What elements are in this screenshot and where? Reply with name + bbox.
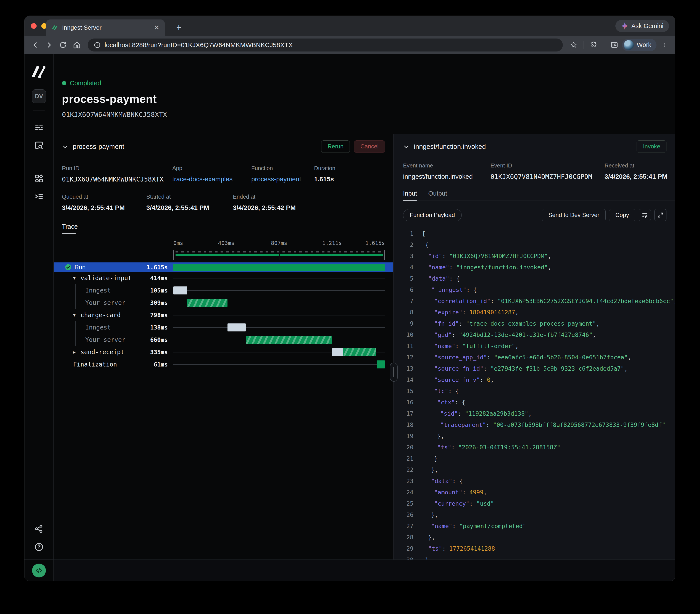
- chevron-down-icon[interactable]: [403, 143, 410, 150]
- trace-row[interactable]: Run1.615s: [54, 263, 393, 272]
- close-icon[interactable]: ✕: [154, 24, 160, 31]
- function-link[interactable]: process-payment: [251, 176, 314, 183]
- line-number: 14: [403, 376, 413, 383]
- tab-output[interactable]: Output: [428, 190, 447, 201]
- close-window-button[interactable]: [31, 23, 37, 29]
- tab-input[interactable]: Input: [403, 190, 417, 201]
- dev-code-icon[interactable]: [32, 564, 46, 577]
- url-bar[interactable]: localhost:8288/run?runID=01KJX6Q7W64NMKM…: [88, 39, 563, 51]
- function-payload-chip[interactable]: Function Payload: [403, 209, 462, 221]
- back-icon[interactable]: [29, 39, 41, 51]
- payload-code-editor[interactable]: 1[2{3"id": "01KJX6Q7V81N4DMZ7HFJ0CGPDM",…: [403, 228, 675, 560]
- code-line: 17"sid": "119282aa29b3d138",: [403, 408, 675, 419]
- new-tab-button[interactable]: +: [173, 22, 184, 33]
- stream-list-icon[interactable]: [32, 190, 46, 204]
- line-number: 23: [403, 478, 413, 484]
- span-bar-hatch[interactable]: [343, 348, 376, 356]
- code-token: "sid": [440, 410, 458, 417]
- app-link[interactable]: trace-docs-examples: [172, 176, 251, 183]
- inngest-logo-icon: [51, 24, 58, 31]
- trace-row[interactable]: Inngest138ms: [62, 321, 385, 334]
- bookmark-star-icon[interactable]: [567, 39, 580, 51]
- line-number: 2: [403, 241, 413, 248]
- trace-span-track: [173, 272, 385, 284]
- collapse-arrow-icon[interactable]: ▾: [73, 312, 80, 318]
- code-token: :: [452, 523, 460, 529]
- code-token: :: [484, 365, 491, 372]
- code-token: :: [486, 421, 493, 428]
- ask-gemini-button[interactable]: Ask Gemini: [615, 20, 669, 32]
- timeline-minimap[interactable]: [173, 250, 385, 260]
- browser-tab[interactable]: Inngest Server ✕: [46, 20, 165, 36]
- trace-row[interactable]: Finalization61ms: [62, 358, 385, 371]
- trace-row[interactable]: ▸send-receipt335ms: [62, 346, 385, 358]
- trace-row[interactable]: ▾charge-card798ms: [62, 309, 385, 321]
- code-token: :: [455, 343, 463, 349]
- span-bar-solid[interactable]: [377, 360, 385, 369]
- trace-row[interactable]: Your server309ms: [62, 297, 385, 309]
- app-badge[interactable]: DV: [32, 89, 46, 103]
- info-icon[interactable]: [94, 41, 101, 49]
- span-bar-hatch[interactable]: [246, 336, 332, 344]
- tab-title: Inngest Server: [62, 24, 150, 31]
- cancel-button[interactable]: Cancel: [354, 140, 385, 153]
- line-number: 3: [403, 253, 413, 259]
- trace-span-duration: 105ms: [150, 287, 173, 294]
- trace-span-duration: 414ms: [150, 275, 173, 281]
- code-token: ,: [515, 309, 518, 316]
- track-guide-line: [173, 364, 385, 365]
- span-bar-light[interactable]: [173, 286, 187, 294]
- page-title: process-payment: [62, 92, 675, 105]
- forward-icon[interactable]: [43, 39, 55, 51]
- send-to-dev-server-button[interactable]: Send to Dev Server: [542, 209, 605, 221]
- trace-row[interactable]: Your server660ms: [62, 334, 385, 346]
- code-token: : {: [452, 478, 463, 484]
- invoke-button[interactable]: Invoke: [637, 140, 666, 153]
- expand-arrow-icon[interactable]: ▸: [73, 349, 80, 355]
- side-panel-search-icon[interactable]: [608, 39, 620, 51]
- help-icon[interactable]: [32, 540, 46, 554]
- line-number: 10: [403, 331, 413, 338]
- profile-chip[interactable]: Work: [622, 39, 657, 51]
- panel-resize-handle[interactable]: [390, 362, 398, 382]
- apps-icon[interactable]: [32, 171, 46, 186]
- chevron-down-icon[interactable]: [62, 143, 68, 150]
- rerun-button[interactable]: Rerun: [321, 140, 350, 153]
- trace-span-track: [173, 358, 385, 371]
- trace-span-duration: 309ms: [150, 299, 173, 306]
- gemini-star-icon: [621, 22, 628, 30]
- code-token: : {: [455, 399, 465, 406]
- code-line: 25"currency": "usd": [403, 498, 675, 509]
- trace-row[interactable]: Inngest105ms: [62, 284, 385, 297]
- trace-span-track: [173, 297, 385, 309]
- axis-tick-label: 1.615s: [365, 240, 385, 246]
- code-text: "data": {: [422, 478, 463, 484]
- code-line: 1[: [403, 228, 675, 239]
- kebab-menu-icon[interactable]: [658, 39, 670, 51]
- rail-divider: [33, 111, 45, 111]
- tree-connector: [75, 321, 76, 334]
- span-bar-light[interactable]: [332, 348, 343, 356]
- code-line: 21}: [403, 453, 675, 464]
- span-bar-light[interactable]: [227, 323, 246, 331]
- span-bar-solid[interactable]: [173, 264, 385, 271]
- code-token: [: [422, 230, 426, 237]
- share-icon[interactable]: [32, 522, 46, 536]
- copy-button[interactable]: Copy: [609, 209, 635, 221]
- event-search-icon[interactable]: [32, 139, 46, 152]
- code-token: :: [462, 489, 470, 496]
- code-token: : {: [466, 286, 477, 293]
- payload-toolbar: Function Payload Send to Dev Server Copy: [403, 209, 675, 221]
- runs-filter-icon[interactable]: [32, 120, 46, 134]
- extensions-icon[interactable]: [588, 39, 600, 51]
- trace-span-name: charge-card: [80, 311, 121, 319]
- trace-row[interactable]: ▾validate-input414ms: [62, 272, 385, 284]
- collapse-arrow-icon[interactable]: ▾: [73, 276, 80, 281]
- expand-icon[interactable]: [654, 209, 666, 221]
- span-bar-hatch[interactable]: [187, 299, 228, 307]
- code-text: "amount": 4999,: [422, 489, 487, 496]
- reload-icon[interactable]: [57, 39, 69, 51]
- tab-trace[interactable]: Trace: [62, 223, 78, 234]
- home-icon[interactable]: [71, 39, 83, 51]
- word-wrap-icon[interactable]: [639, 209, 651, 221]
